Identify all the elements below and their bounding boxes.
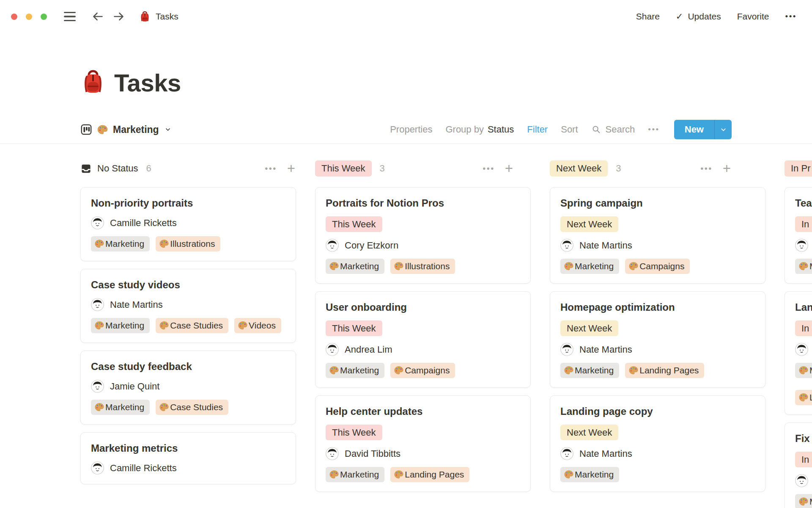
task-card[interactable]: User onboarding This Week Andrea Lim Mar…	[315, 291, 531, 388]
backpack-icon[interactable]	[80, 69, 106, 97]
search-button[interactable]: Search	[591, 124, 635, 135]
column-label[interactable]: In Pr	[785, 160, 812, 177]
forward-icon[interactable]	[112, 10, 126, 23]
column-more-button[interactable]: •••	[265, 164, 277, 174]
column-add-button[interactable]: +	[723, 162, 731, 175]
share-button[interactable]: Share	[636, 11, 660, 22]
tag-list: MarketingCampaigns	[560, 259, 755, 274]
tag: Case Studies	[156, 318, 228, 333]
task-card[interactable]: Landing page copy Next Week Nate Martins…	[550, 395, 765, 492]
palette-icon	[94, 402, 104, 412]
tag: Marketing	[91, 236, 150, 251]
sidebar-menu-icon[interactable]	[64, 12, 76, 21]
task-card[interactable]: Spring campaign Next Week Nate Martins M…	[550, 187, 765, 284]
assignee: C	[795, 343, 812, 356]
status-badge: In P	[795, 452, 812, 467]
task-card[interactable]: Land In P C ML	[785, 291, 812, 415]
sort-button[interactable]: Sort	[561, 124, 578, 135]
assignee-name: Jamie Quint	[110, 381, 159, 392]
column-add-button[interactable]: +	[287, 162, 295, 175]
traffic-light-zoom[interactable]	[41, 14, 47, 20]
tag-label: Marketing	[105, 320, 144, 331]
tag: Marketing	[326, 259, 384, 274]
search-icon	[591, 124, 601, 135]
avatar	[560, 447, 573, 460]
check-icon: ✓	[676, 11, 683, 22]
tag-list: MarketingLanding Pages	[326, 467, 520, 482]
window-titlebar: Tasks Share ✓ Updates Favorite •••	[0, 0, 812, 33]
page-title[interactable]: Tasks	[114, 69, 181, 97]
task-card[interactable]: Homepage optimization Next Week Nate Mar…	[550, 291, 765, 388]
tag-list: M	[795, 494, 812, 508]
tag-label: Illustrations	[405, 261, 450, 271]
tag-label: L	[809, 392, 812, 403]
status-badge: In P	[795, 320, 812, 336]
column-header: This Week 3 ••• +	[315, 160, 531, 177]
filter-button[interactable]: Filter	[527, 124, 548, 135]
assignee: D	[795, 239, 812, 252]
column-label[interactable]: This Week	[315, 160, 372, 177]
tag-label: M	[809, 261, 812, 271]
task-card[interactable]: Case study videos Nate Martins Marketing…	[80, 269, 296, 343]
card-list: Non-priority portraits Camille Ricketts …	[80, 187, 296, 484]
palette-icon	[394, 469, 404, 480]
card-title: Case study videos	[91, 279, 285, 291]
card-title: Help center updates	[326, 405, 520, 418]
group-by-label: Group by	[445, 124, 484, 135]
palette-icon	[238, 320, 248, 331]
assignee-name: Nate Martins	[579, 448, 632, 459]
view-selector[interactable]: Marketing	[80, 124, 171, 135]
view-more-button[interactable]: •••	[648, 125, 659, 134]
tag-list: Marketing	[560, 467, 755, 482]
column-label[interactable]: No Status	[97, 163, 138, 174]
column-label[interactable]: Next Week	[550, 160, 608, 177]
task-card[interactable]: Tear In P D M	[785, 187, 812, 284]
card-title: Marketing metrics	[91, 442, 285, 455]
avatar	[91, 216, 104, 229]
back-icon[interactable]	[91, 10, 104, 23]
column-header: Next Week 3 ••• +	[550, 160, 765, 177]
status-badge: This Week	[326, 320, 382, 336]
task-card[interactable]: Marketing metrics Camille Ricketts	[80, 432, 296, 484]
assignee: Nate Martins	[560, 343, 755, 356]
avatar	[795, 343, 808, 356]
task-card[interactable]: Non-priority portraits Camille Ricketts …	[80, 187, 296, 261]
column-more-button[interactable]: •••	[483, 164, 495, 174]
tag-label: Illustrations	[170, 239, 215, 249]
column-add-button[interactable]: +	[505, 162, 513, 175]
status-badge: This Week	[326, 425, 382, 440]
assignee: Nate Martins	[560, 239, 755, 252]
task-card[interactable]: Case study feedback Jamie Quint Marketin…	[80, 351, 296, 425]
palette-icon	[798, 365, 809, 375]
tag-label: Marketing	[340, 261, 379, 271]
task-card[interactable]: Portraits for Notion Pros This Week Cory…	[315, 187, 531, 284]
assignee: Jamie Quint	[91, 380, 285, 393]
task-card[interactable]: Help center updates This Week David Tibb…	[315, 395, 531, 492]
column-actions: ••• +	[265, 162, 295, 175]
column-more-button[interactable]: •••	[700, 164, 713, 174]
traffic-light-close[interactable]	[11, 14, 17, 20]
avatar	[795, 474, 808, 487]
tag: Landing Pages	[625, 363, 704, 378]
assignee: Nate Martins	[91, 298, 285, 311]
group-by-button[interactable]: Group byStatus	[445, 124, 514, 135]
new-dropdown-button[interactable]	[715, 126, 732, 133]
chevron-down-icon	[720, 126, 727, 133]
updates-button[interactable]: ✓ Updates	[676, 11, 721, 22]
more-menu-button[interactable]: •••	[785, 12, 797, 21]
favorite-button[interactable]: Favorite	[737, 11, 769, 22]
task-card[interactable]: Fix s In P D M	[785, 422, 812, 508]
page-header: Tasks	[80, 69, 732, 97]
breadcrumb-title[interactable]: Tasks	[156, 11, 178, 22]
properties-button[interactable]: Properties	[390, 124, 432, 135]
palette-icon	[798, 392, 809, 403]
card-title: Homepage optimization	[560, 301, 755, 314]
new-button[interactable]: New	[674, 120, 732, 139]
card-title: Land	[795, 301, 812, 314]
board-view-icon	[80, 124, 92, 135]
status-badge: In P	[795, 216, 812, 232]
view-controls: Properties Group byStatus Filter Sort Se…	[390, 120, 732, 139]
traffic-light-minimize[interactable]	[26, 14, 32, 20]
tag: Campaigns	[390, 363, 455, 378]
card-title: Non-priority portraits	[91, 197, 285, 210]
